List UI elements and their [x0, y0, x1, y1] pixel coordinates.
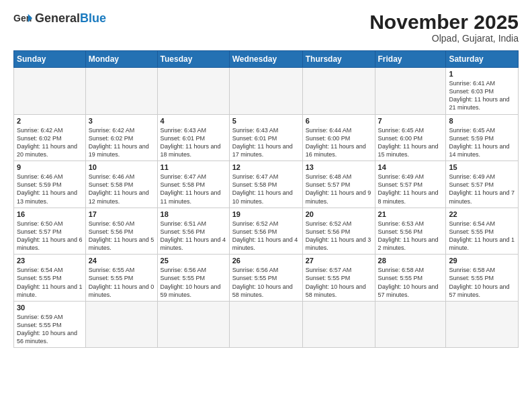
day-number: 20	[306, 210, 372, 218]
table-row	[375, 68, 446, 115]
day-number: 26	[232, 257, 300, 265]
page: General GeneralBlue November 2025 Olpad,…	[0, 0, 532, 411]
weekday-header-row: Sunday Monday Tuesday Wednesday Thursday…	[14, 51, 519, 68]
table-row	[375, 301, 446, 348]
day-info: Sunrise: 6:54 AM Sunset: 5:55 PM Dayligh…	[449, 220, 515, 253]
table-row: 9Sunrise: 6:46 AM Sunset: 5:59 PM Daylig…	[14, 161, 86, 208]
logo-blue: Blue	[80, 11, 106, 25]
table-row	[157, 301, 229, 348]
day-info: Sunrise: 6:41 AM Sunset: 6:03 PM Dayligh…	[449, 79, 515, 112]
table-row: 16Sunrise: 6:50 AM Sunset: 5:57 PM Dayli…	[14, 208, 86, 255]
table-row: 18Sunrise: 6:51 AM Sunset: 5:56 PM Dayli…	[157, 208, 229, 255]
header-tuesday: Tuesday	[157, 51, 229, 68]
day-number: 2	[17, 117, 83, 125]
location: Olpad, Gujarat, India	[369, 33, 519, 44]
table-row	[157, 68, 229, 115]
table-row: 26Sunrise: 6:56 AM Sunset: 5:55 PM Dayli…	[229, 255, 302, 302]
table-row: 14Sunrise: 6:49 AM Sunset: 5:57 PM Dayli…	[375, 161, 446, 208]
day-number: 28	[378, 257, 443, 265]
calendar-table: Sunday Monday Tuesday Wednesday Thursday…	[13, 50, 519, 348]
day-info: Sunrise: 6:44 AM Sunset: 6:00 PM Dayligh…	[306, 126, 372, 159]
day-number: 29	[449, 257, 515, 265]
day-number: 10	[89, 163, 154, 171]
day-number: 19	[232, 210, 300, 218]
day-info: Sunrise: 6:58 AM Sunset: 5:55 PM Dayligh…	[449, 266, 515, 299]
table-row: 8Sunrise: 6:45 AM Sunset: 5:59 PM Daylig…	[446, 114, 519, 161]
day-number: 16	[17, 210, 83, 218]
header-monday: Monday	[85, 51, 157, 68]
table-row: 29Sunrise: 6:58 AM Sunset: 5:55 PM Dayli…	[446, 255, 519, 302]
day-info: Sunrise: 6:59 AM Sunset: 5:55 PM Dayligh…	[17, 313, 83, 346]
table-row: 17Sunrise: 6:50 AM Sunset: 5:56 PM Dayli…	[85, 208, 157, 255]
logo: General GeneralBlue	[13, 11, 106, 26]
table-row: 24Sunrise: 6:55 AM Sunset: 5:55 PM Dayli…	[85, 255, 157, 302]
logo-text: GeneralBlue	[35, 12, 106, 24]
day-info: Sunrise: 6:43 AM Sunset: 6:01 PM Dayligh…	[232, 126, 300, 159]
day-number: 17	[89, 210, 154, 218]
day-number: 15	[449, 163, 515, 171]
table-row	[85, 68, 157, 115]
calendar-row-5: 30Sunrise: 6:59 AM Sunset: 5:55 PM Dayli…	[14, 301, 519, 348]
day-info: Sunrise: 6:58 AM Sunset: 5:55 PM Dayligh…	[378, 266, 443, 299]
day-info: Sunrise: 6:47 AM Sunset: 5:58 PM Dayligh…	[161, 173, 226, 205]
day-number: 5	[232, 117, 300, 125]
day-info: Sunrise: 6:47 AM Sunset: 5:58 PM Dayligh…	[232, 173, 300, 205]
day-number: 4	[161, 117, 226, 125]
day-number: 12	[232, 163, 300, 171]
day-info: Sunrise: 6:56 AM Sunset: 5:55 PM Dayligh…	[161, 266, 226, 299]
table-row: 4Sunrise: 6:43 AM Sunset: 6:01 PM Daylig…	[157, 114, 229, 161]
month-year: November 2025	[369, 11, 519, 33]
table-row	[14, 68, 86, 115]
table-row: 27Sunrise: 6:57 AM Sunset: 5:55 PM Dayli…	[302, 255, 375, 302]
table-row: 28Sunrise: 6:58 AM Sunset: 5:55 PM Dayli…	[375, 255, 446, 302]
day-number: 30	[17, 304, 83, 312]
table-row: 3Sunrise: 6:42 AM Sunset: 6:02 PM Daylig…	[85, 114, 157, 161]
day-info: Sunrise: 6:53 AM Sunset: 5:56 PM Dayligh…	[378, 220, 443, 253]
day-info: Sunrise: 6:46 AM Sunset: 5:58 PM Dayligh…	[89, 173, 154, 205]
table-row	[302, 68, 375, 115]
day-info: Sunrise: 6:54 AM Sunset: 5:55 PM Dayligh…	[17, 266, 83, 299]
day-number: 27	[306, 257, 372, 265]
day-info: Sunrise: 6:45 AM Sunset: 5:59 PM Dayligh…	[449, 126, 515, 159]
day-number: 11	[161, 163, 226, 171]
table-row: 23Sunrise: 6:54 AM Sunset: 5:55 PM Dayli…	[14, 255, 86, 302]
day-number: 22	[449, 210, 515, 218]
table-row: 20Sunrise: 6:52 AM Sunset: 5:56 PM Dayli…	[302, 208, 375, 255]
day-info: Sunrise: 6:52 AM Sunset: 5:56 PM Dayligh…	[306, 220, 372, 253]
table-row: 21Sunrise: 6:53 AM Sunset: 5:56 PM Dayli…	[375, 208, 446, 255]
table-row: 10Sunrise: 6:46 AM Sunset: 5:58 PM Dayli…	[85, 161, 157, 208]
table-row: 15Sunrise: 6:49 AM Sunset: 5:57 PM Dayli…	[446, 161, 519, 208]
day-number: 14	[378, 163, 443, 171]
calendar-row-4: 23Sunrise: 6:54 AM Sunset: 5:55 PM Dayli…	[14, 255, 519, 302]
day-number: 1	[449, 70, 515, 78]
day-info: Sunrise: 6:50 AM Sunset: 5:56 PM Dayligh…	[89, 220, 154, 253]
day-info: Sunrise: 6:49 AM Sunset: 5:57 PM Dayligh…	[449, 173, 515, 205]
day-info: Sunrise: 6:50 AM Sunset: 5:57 PM Dayligh…	[17, 220, 83, 253]
day-number: 25	[161, 257, 226, 265]
day-info: Sunrise: 6:52 AM Sunset: 5:56 PM Dayligh…	[232, 220, 300, 253]
day-number: 3	[89, 117, 154, 125]
table-row: 13Sunrise: 6:48 AM Sunset: 5:57 PM Dayli…	[302, 161, 375, 208]
day-info: Sunrise: 6:43 AM Sunset: 6:01 PM Dayligh…	[161, 126, 226, 159]
logo-icon: General	[13, 11, 32, 26]
table-row: 5Sunrise: 6:43 AM Sunset: 6:01 PM Daylig…	[229, 114, 302, 161]
table-row: 6Sunrise: 6:44 AM Sunset: 6:00 PM Daylig…	[302, 114, 375, 161]
day-number: 9	[17, 163, 83, 171]
day-info: Sunrise: 6:49 AM Sunset: 5:57 PM Dayligh…	[378, 173, 443, 205]
day-info: Sunrise: 6:57 AM Sunset: 5:55 PM Dayligh…	[306, 266, 372, 299]
day-number: 7	[378, 117, 443, 125]
day-info: Sunrise: 6:42 AM Sunset: 6:02 PM Dayligh…	[89, 126, 154, 159]
day-info: Sunrise: 6:56 AM Sunset: 5:55 PM Dayligh…	[232, 266, 300, 299]
day-number: 24	[89, 257, 154, 265]
day-info: Sunrise: 6:55 AM Sunset: 5:55 PM Dayligh…	[89, 266, 154, 299]
day-number: 23	[17, 257, 83, 265]
table-row: 30Sunrise: 6:59 AM Sunset: 5:55 PM Dayli…	[14, 301, 86, 348]
table-row: 12Sunrise: 6:47 AM Sunset: 5:58 PM Dayli…	[229, 161, 302, 208]
table-row: 7Sunrise: 6:45 AM Sunset: 6:00 PM Daylig…	[375, 114, 446, 161]
calendar-row-1: 2Sunrise: 6:42 AM Sunset: 6:02 PM Daylig…	[14, 114, 519, 161]
day-number: 8	[449, 117, 515, 125]
day-number: 13	[306, 163, 372, 171]
header: General GeneralBlue November 2025 Olpad,…	[13, 11, 519, 44]
day-number: 18	[161, 210, 226, 218]
table-row: 1Sunrise: 6:41 AM Sunset: 6:03 PM Daylig…	[446, 68, 519, 115]
